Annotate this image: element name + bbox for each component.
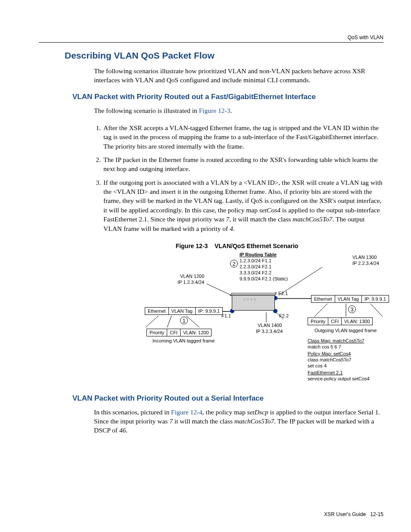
figure-link-12-4[interactable]: Figure 12-4 bbox=[171, 408, 202, 416]
figure-link-12-3[interactable]: Figure 12-3 bbox=[199, 107, 230, 114]
cell: CFI bbox=[328, 317, 342, 325]
t: setCos4 bbox=[259, 206, 280, 214]
lead-pre: The following scenario is illustrated in bbox=[94, 107, 199, 114]
route-row: 3.3.3.0/24 F2.2 bbox=[240, 270, 271, 275]
cell: IP: 9.9.9.1 bbox=[195, 307, 222, 314]
fe-head: FastEthernet 2.1 bbox=[308, 370, 342, 375]
list-item: After the XSR accepts a VLAN-tagged Ethe… bbox=[103, 123, 383, 151]
ip-label: IP 1.2.3.4/24 bbox=[177, 280, 204, 285]
figure-diagram: ▫▫▫▫ IP Routing Table 1.2.3.0/24 F1.1 2.… bbox=[120, 252, 404, 394]
classmap-line: match cos 5 6 7 bbox=[308, 344, 341, 349]
router-ports-icon: ▫▫▫▫ bbox=[243, 297, 258, 301]
t: setDscp bbox=[247, 408, 268, 416]
header-rule bbox=[39, 42, 383, 43]
route-row: 9.9.9.0/24 F2.1 (Static) bbox=[240, 276, 288, 281]
t: 7 bbox=[169, 417, 173, 425]
port-label: F2.1 bbox=[278, 291, 288, 296]
ip-label: IP 3.2.3.4/24 bbox=[256, 329, 283, 334]
cell: CFI bbox=[167, 329, 181, 336]
policymap-line: class matchCos5To7 bbox=[308, 357, 352, 362]
intro-paragraph: The following scenarios illustrate how p… bbox=[94, 67, 383, 85]
page-footer: XSR User's Guide12-15 bbox=[324, 511, 383, 517]
t: 46 bbox=[119, 426, 126, 434]
svg-line-5 bbox=[314, 304, 327, 317]
running-header: QoS with VLAN bbox=[39, 34, 383, 40]
caption-incoming: Incoming VLAN tagged frame bbox=[153, 338, 215, 343]
fig-title: VLAN/QoS Ethernet Scenario bbox=[215, 243, 298, 249]
t: matchCos5To7 bbox=[234, 417, 274, 425]
svg-line-2 bbox=[146, 316, 159, 327]
route-row: 2.2.3.0/24 F2.1 bbox=[240, 264, 271, 269]
vlan-tag-table-left: PriorityCFIVLAN: 1200 bbox=[146, 329, 212, 336]
list-item: If the outgoing port is associated with … bbox=[103, 178, 383, 233]
book-title: XSR User's Guide bbox=[324, 511, 366, 517]
numbered-list: After the XSR accepts a VLAN-tagged Ethe… bbox=[94, 123, 383, 233]
vlan-label: VLAN 1400 bbox=[258, 323, 282, 328]
t: In this scenarios, pictured in bbox=[94, 408, 171, 416]
packet-table-right: EthernetVLAN TagIP: 9.9.9.1 bbox=[311, 295, 389, 303]
heading-section-1: VLAN Packet with Priority Routed out a F… bbox=[72, 93, 383, 101]
t: it will match the class bbox=[173, 417, 234, 425]
step-circle-2: 2 bbox=[230, 260, 238, 268]
svg-line-3 bbox=[167, 316, 171, 327]
step-circle-1: 1 bbox=[180, 317, 188, 324]
t: 4 bbox=[230, 225, 233, 232]
list-item: The IP packet in the Ethernet frame is r… bbox=[103, 155, 383, 174]
svg-line-9 bbox=[207, 284, 231, 295]
route-row: 1.2.3.0/24 F1.1 bbox=[240, 258, 271, 263]
ip-label: IP 2.2.3.4/24 bbox=[352, 261, 379, 266]
heading-section-2: VLAN Packet with Priority Routed out a S… bbox=[72, 394, 383, 403]
step-circle-3: 3 bbox=[348, 305, 356, 313]
vlan-label: VLAN 1300 bbox=[352, 255, 377, 260]
lead-post: . bbox=[230, 107, 232, 114]
packet-table-left: EthernetVLAN TagIP: 9.9.9.1 bbox=[145, 307, 223, 315]
cell: Priority bbox=[147, 329, 167, 336]
vlan-tag-table-right: PriorityCFIVLAN: 1300 bbox=[308, 317, 373, 325]
t: , it will match the class bbox=[229, 215, 293, 223]
t: , the policy map bbox=[202, 408, 247, 416]
section1-lead: The following scenario is illustrated in… bbox=[94, 106, 383, 115]
cell: VLAN Tag bbox=[335, 295, 361, 302]
fig-num: Figure 12-3 bbox=[176, 243, 208, 249]
policymap-head: Policy Map: setCos4 bbox=[308, 351, 351, 356]
cell: Priority bbox=[308, 317, 328, 325]
t: . bbox=[233, 225, 235, 232]
caption-outgoing: Outgoing VLAN tagged frame bbox=[314, 328, 377, 333]
section2-paragraph: In this scenarios, pictured in Figure 12… bbox=[94, 408, 383, 435]
port-label: F1.1 bbox=[221, 313, 231, 318]
svg-line-4 bbox=[186, 316, 199, 327]
t: . bbox=[126, 426, 128, 434]
t: matchCos5To7 bbox=[293, 215, 332, 223]
vlan-label: VLAN 1200 bbox=[180, 274, 204, 279]
policymap-line: set cos 4 bbox=[308, 363, 327, 368]
fe-line: service-policy output setCos4 bbox=[308, 376, 370, 381]
port-label: F2.2 bbox=[279, 313, 289, 318]
cell: IP: 9.9.9.1 bbox=[361, 295, 389, 302]
svg-line-7 bbox=[371, 304, 383, 317]
page-number: 12-15 bbox=[366, 511, 383, 517]
cell: Ethernet bbox=[311, 295, 335, 302]
cell: VLAN: 1300 bbox=[341, 317, 372, 325]
classmap-head: Class Map: matchCos5To7 bbox=[308, 338, 364, 343]
routing-table-head: IP Routing Table bbox=[240, 252, 277, 257]
cell: VLAN: 1200 bbox=[180, 329, 211, 336]
figure-caption: Figure 12-3 VLAN/QoS Ethernet Scenario bbox=[90, 243, 383, 249]
cell: Ethernet bbox=[145, 307, 169, 314]
heading-main: Describing VLAN QoS Packet Flow bbox=[65, 50, 383, 61]
cell: VLAN Tag bbox=[168, 307, 195, 314]
